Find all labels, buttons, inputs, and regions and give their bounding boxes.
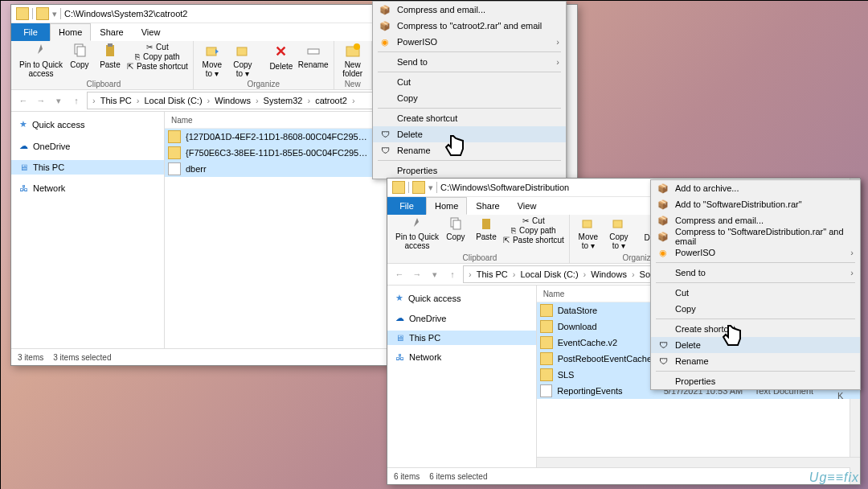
- ctx-copy[interactable]: Copy: [373, 90, 566, 106]
- separator: [656, 282, 855, 283]
- pin-icon: [410, 216, 424, 231]
- rename-icon: [305, 43, 321, 59]
- folder-icon: [540, 320, 553, 333]
- ctx-compress-email[interactable]: 📦Compress and email...: [651, 212, 860, 228]
- group-label: Clipboard: [395, 253, 564, 263]
- selected-count: 3 items selected: [53, 353, 111, 362]
- nav-pane: ★Quick access ☁OneDrive 🖥This PC 🖧Networ…: [387, 286, 537, 467]
- move-to-button[interactable]: Move to ▾: [575, 216, 602, 250]
- scissors-icon: ✂: [146, 43, 153, 51]
- ctx-send-to[interactable]: Send to›: [651, 265, 860, 281]
- tab-view[interactable]: View: [509, 197, 546, 215]
- paste-button[interactable]: Paste: [473, 216, 500, 241]
- shield-icon: 🛡: [379, 145, 391, 156]
- newfolder-icon: [345, 43, 361, 59]
- pin-to-quick-access-button[interactable]: Pin to Quick access: [395, 216, 439, 250]
- ctx-properties[interactable]: Properties: [373, 162, 566, 179]
- tab-share[interactable]: Share: [467, 197, 508, 215]
- down-icon[interactable]: ▾: [52, 9, 57, 19]
- sidebar-network[interactable]: 🖧Network: [387, 350, 536, 364]
- ctx-delete[interactable]: 🛡Delete: [373, 126, 566, 142]
- sidebar-network[interactable]: 🖧Network: [11, 181, 164, 195]
- copy-path-button[interactable]: ⎘Copy path: [503, 226, 564, 235]
- sidebar-quick-access[interactable]: ★Quick access: [387, 290, 536, 306]
- cut-button[interactable]: ✂Cut: [127, 43, 188, 51]
- forward-button[interactable]: →: [34, 93, 48, 108]
- group-label: Clipboard: [19, 80, 188, 89]
- item-count: 6 items: [394, 472, 420, 481]
- copy-button[interactable]: Copy: [66, 43, 93, 69]
- ctx-compress-to[interactable]: 📦Compress to "SoftwareDistribution.rar" …: [651, 228, 860, 244]
- paste-icon: [479, 216, 493, 231]
- svg-rect-2: [106, 45, 114, 56]
- copy-path-button[interactable]: ⎘Copy path: [127, 52, 188, 61]
- svg-point-8: [354, 43, 360, 50]
- separator: [60, 8, 61, 19]
- sidebar-onedrive[interactable]: ☁OneDrive: [387, 310, 536, 326]
- folder-icon: [392, 181, 405, 194]
- copy-button[interactable]: Copy: [442, 216, 469, 241]
- back-button[interactable]: ←: [392, 267, 407, 281]
- tab-home[interactable]: Home: [426, 197, 467, 215]
- pin-to-quick-access-button[interactable]: Pin to Quick access: [19, 43, 63, 78]
- shield-icon: 🛡: [657, 339, 669, 351]
- ctx-compress-to[interactable]: 📦Compress to "catroot2.rar" and email: [373, 18, 566, 34]
- down-icon[interactable]: ▾: [428, 183, 433, 193]
- copy-to-button[interactable]: Copy to ▾: [229, 43, 256, 78]
- ctx-create-shortcut[interactable]: Create shortcut: [651, 321, 860, 337]
- tab-home[interactable]: Home: [50, 23, 91, 41]
- star-icon: ★: [395, 293, 403, 303]
- ctx-rename[interactable]: 🛡Rename: [651, 353, 860, 369]
- recent-button[interactable]: ▾: [428, 267, 442, 281]
- poweriso-icon: ◉: [657, 247, 669, 258]
- scrollbar-h[interactable]: [537, 457, 860, 467]
- file-menu[interactable]: File: [387, 197, 426, 215]
- delete-button[interactable]: ✕Delete: [268, 43, 295, 71]
- file-menu[interactable]: File: [11, 23, 50, 41]
- up-button[interactable]: ↑: [69, 93, 84, 108]
- forward-button[interactable]: →: [410, 267, 424, 281]
- ctx-create-shortcut[interactable]: Create shortcut: [373, 110, 566, 126]
- sidebar-this-pc[interactable]: 🖥This PC: [387, 331, 536, 345]
- ctx-compress-email[interactable]: 📦Compress and email...: [373, 2, 566, 18]
- paste-button[interactable]: Paste: [96, 43, 124, 69]
- paste-shortcut-button[interactable]: ⇱Paste shortcut: [503, 236, 564, 244]
- tab-share[interactable]: Share: [91, 23, 132, 41]
- ctx-properties[interactable]: Properties: [651, 373, 860, 389]
- group-label: New: [339, 80, 366, 89]
- move-to-button[interactable]: Move to ▾: [199, 43, 226, 78]
- ctx-add-archive[interactable]: 📦Add to archive...: [651, 180, 860, 196]
- scissors-icon: ✂: [522, 216, 529, 225]
- up-button[interactable]: ↑: [445, 267, 460, 281]
- copy-to-button[interactable]: Copy to ▾: [605, 216, 633, 250]
- sidebar-this-pc[interactable]: 🖥This PC: [11, 160, 164, 175]
- cloud-icon: ☁: [19, 141, 28, 151]
- rename-button[interactable]: Rename: [298, 43, 329, 69]
- separator: [378, 51, 561, 52]
- ctx-poweriso[interactable]: ◉PowerISO›: [373, 34, 566, 50]
- ctx-poweriso[interactable]: ◉PowerISO›: [651, 244, 860, 261]
- ctx-rename[interactable]: 🛡Rename: [373, 142, 566, 158]
- title-text: C:\Windows\System32\catroot2: [64, 9, 187, 18]
- network-icon: 🖧: [395, 352, 404, 362]
- ctx-send-to[interactable]: Send to›: [373, 54, 566, 70]
- recent-button[interactable]: ▾: [51, 93, 66, 108]
- statusbar: 6 items 6 items selected: [387, 467, 860, 484]
- sidebar-quick-access[interactable]: ★Quick access: [11, 117, 164, 132]
- item-count: 3 items: [18, 353, 43, 362]
- copy-icon: [448, 216, 463, 231]
- folder-icon: [168, 130, 181, 143]
- paste-shortcut-button[interactable]: ⇱Paste shortcut: [127, 62, 188, 71]
- new-folder-button[interactable]: New folder: [339, 43, 366, 78]
- ctx-add-to[interactable]: 📦Add to "SoftwareDistribution.rar": [651, 196, 860, 212]
- ctx-cut[interactable]: Cut: [651, 285, 860, 301]
- ctx-delete[interactable]: 🛡Delete: [651, 337, 860, 353]
- sidebar-onedrive[interactable]: ☁OneDrive: [11, 138, 164, 154]
- ctx-cut[interactable]: Cut: [373, 74, 566, 90]
- tab-view[interactable]: View: [133, 23, 170, 41]
- context-menu: 📦Compress and email... 📦Compress to "cat…: [372, 1, 567, 179]
- ctx-copy[interactable]: Copy: [651, 301, 860, 317]
- back-button[interactable]: ←: [16, 93, 31, 108]
- cut-button[interactable]: ✂Cut: [503, 216, 564, 225]
- shield-icon: 🛡: [657, 355, 669, 367]
